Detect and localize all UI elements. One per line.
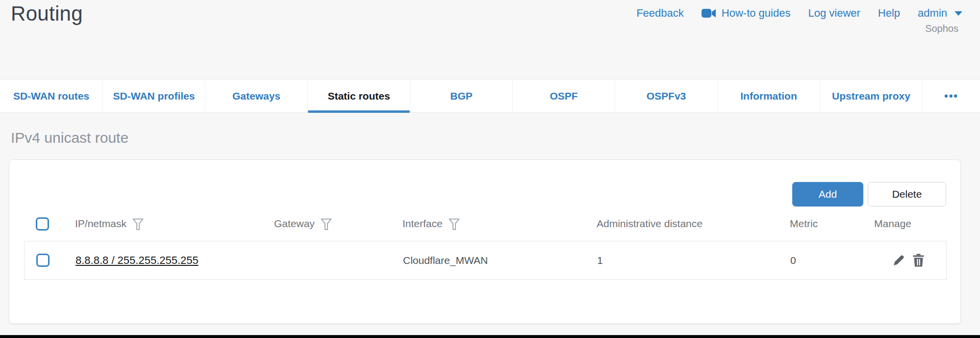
column-label: Interface <box>402 218 443 230</box>
log-viewer-link[interactable]: Log viewer <box>808 7 860 20</box>
section-heading: IPv4 unicast route <box>11 130 128 146</box>
column-header-ip-netmask: IP/netmask <box>75 216 144 232</box>
column-header-gateway: Gateway <box>274 216 332 232</box>
administrative-distance-cell: 1 <box>597 241 603 279</box>
feedback-label: Feedback <box>636 7 684 20</box>
column-header-metric: Metric <box>790 216 818 232</box>
tab-overflow-ellipsis-icon[interactable]: ••• <box>922 79 980 112</box>
column-header-manage: Manage <box>874 216 911 232</box>
user-menu-label: admin <box>918 7 947 20</box>
trash-icon[interactable] <box>912 254 925 267</box>
filter-funnel-icon[interactable] <box>132 218 144 231</box>
column-label: Manage <box>874 218 911 230</box>
column-label: Gateway <box>274 218 315 230</box>
tab-label: SD-WAN profiles <box>113 90 195 102</box>
help-label: Help <box>878 7 900 20</box>
filter-funnel-icon[interactable] <box>321 218 332 231</box>
bottom-edge-bar <box>0 335 980 338</box>
tab-label: OSPFv3 <box>647 90 686 102</box>
tab-label: SD-WAN routes <box>13 90 89 102</box>
ellipsis-icon: ••• <box>944 90 958 103</box>
tab-label: OSPF <box>550 90 578 102</box>
video-camera-icon <box>702 8 716 19</box>
column-label: IP/netmask <box>75 218 126 230</box>
help-link[interactable]: Help <box>878 7 900 20</box>
static-routes-card: Add Delete IP/netmask Gateway Interface … <box>9 159 961 324</box>
page-title: Routing <box>11 2 83 26</box>
howto-guides-link[interactable]: How-to guides <box>702 7 791 20</box>
tab-label: Static routes <box>327 90 390 102</box>
tab-label: Upstream proxy <box>832 90 910 102</box>
interface-cell: Cloudflare_MWAN <box>403 241 488 279</box>
row-checkbox[interactable] <box>36 254 50 267</box>
select-all-checkbox[interactable] <box>36 217 49 231</box>
caret-down-icon <box>955 11 962 16</box>
user-menu[interactable]: admin <box>918 7 962 20</box>
feedback-link[interactable]: Feedback <box>636 7 684 20</box>
pencil-icon[interactable] <box>892 254 905 267</box>
brand-label: Sophos <box>925 23 958 34</box>
manage-cell <box>892 241 925 279</box>
tab-sdwan-routes[interactable]: SD-WAN routes <box>0 79 102 112</box>
tab-label: Information <box>740 90 797 102</box>
tab-label: BGP <box>450 90 473 102</box>
column-header-administrative-distance: Administrative distance <box>597 216 703 232</box>
tab-sdwan-profiles[interactable]: SD-WAN profiles <box>102 79 205 112</box>
table-row: 8.8.8.8 / 255.255.255.255 Cloudflare_MWA… <box>24 241 947 280</box>
column-label: Administrative distance <box>597 218 703 230</box>
metric-cell: 0 <box>790 241 796 279</box>
filter-funnel-icon[interactable] <box>449 218 460 231</box>
tab-ospfv3[interactable]: OSPFv3 <box>615 79 717 112</box>
ip-netmask-link[interactable]: 8.8.8.8 / 255.255.255.255 <box>75 254 199 267</box>
add-button[interactable]: Add <box>792 182 863 207</box>
tab-ospf[interactable]: OSPF <box>512 79 615 112</box>
howto-guides-label: How-to guides <box>722 7 791 20</box>
column-header-interface: Interface <box>402 216 460 232</box>
tab-upstream-proxy[interactable]: Upstream proxy <box>820 79 922 112</box>
delete-button[interactable]: Delete <box>868 182 946 207</box>
log-viewer-label: Log viewer <box>808 7 860 20</box>
tab-label: Gateways <box>232 90 280 102</box>
top-nav: Feedback How-to guides Log viewer Help a… <box>636 7 962 20</box>
routing-tabbar: SD-WAN routes SD-WAN profiles Gateways S… <box>0 79 980 113</box>
tab-bgp[interactable]: BGP <box>410 79 512 112</box>
column-label: Metric <box>790 218 818 230</box>
tab-static-routes[interactable]: Static routes <box>307 79 410 112</box>
tab-gateways[interactable]: Gateways <box>205 79 307 112</box>
tab-information[interactable]: Information <box>717 79 820 112</box>
